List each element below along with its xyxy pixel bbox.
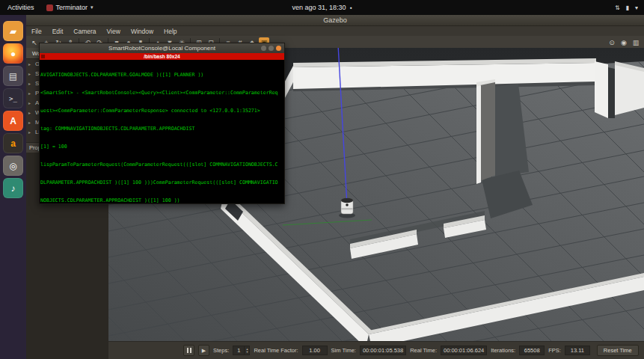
real-time-label: Real Time:	[410, 347, 437, 354]
dock-icon-files[interactable]: ▰	[3, 21, 23, 41]
terminal-line: tag: COMMNAVIGATIONOBJECTS.CDLPARAMETER.…	[40, 126, 283, 132]
amazon-icon: a	[10, 138, 16, 149]
fps-value: 13.11	[565, 346, 590, 355]
terminal-icon: >_	[9, 95, 17, 102]
sim-time-label: Sim Time:	[331, 347, 356, 354]
text-editor-icon: ▤	[9, 71, 17, 82]
reset-time-button[interactable]: Reset Time	[597, 345, 639, 356]
dock-icon-ubuntu-software[interactable]: A	[3, 111, 23, 131]
dock-icon-settings[interactable]: ◎	[3, 156, 23, 176]
iterations-value: 65508	[519, 346, 545, 355]
menu-file[interactable]: File	[26, 28, 47, 35]
iterations-label: Iterations:	[491, 347, 515, 354]
dock-icon-amazon[interactable]: a	[3, 133, 23, 153]
minimize-button[interactable]	[261, 46, 266, 51]
spinner-arrows-icon[interactable]: ▲▼	[244, 346, 249, 355]
chevron-down-icon: ▾	[91, 4, 93, 10]
activities-button[interactable]: Activities	[7, 4, 34, 11]
step-button[interactable]: ▶	[198, 345, 209, 356]
fps-label: FPS:	[548, 347, 561, 354]
shell-title: /bin/bash 80x24	[144, 54, 180, 59]
step-icon: ▶	[202, 348, 206, 354]
record-log-button[interactable]: ◉	[619, 37, 629, 47]
interior-wall-edge	[476, 85, 481, 184]
battery-icon: ▮	[626, 4, 629, 11]
split-view-button[interactable]: ▥	[631, 37, 641, 47]
files-icon: ▰	[10, 26, 16, 37]
terminal-window-title: SmartRobotConsole@Local Component	[108, 45, 215, 52]
ubuntu-software-icon: A	[10, 116, 16, 126]
dock-icon-terminal[interactable]: >_	[3, 88, 23, 108]
select-tool-button[interactable]: ↖	[29, 37, 40, 47]
system-tray[interactable]: ⇅ ▮ ▾	[615, 4, 638, 11]
menu-help[interactable]: Help	[159, 28, 182, 35]
robot-band	[341, 208, 353, 210]
gazebo-menubar: File Edit Camera View Window Help	[26, 26, 644, 36]
top-bar: Activities Terminator ▾ ven ago 31, 18:3…	[0, 0, 644, 15]
media-player-icon: ♪	[11, 183, 16, 194]
clock-label: ven ago 31, 18:30	[292, 4, 346, 11]
robot[interactable]	[339, 198, 355, 218]
northeast-pillar[interactable]	[595, 61, 608, 118]
gazebo-titlebar[interactable]: Gazebo	[26, 15, 644, 26]
dock-icon-firefox[interactable]: ●	[3, 43, 23, 64]
notification-dot-icon: ●	[350, 5, 352, 10]
east-doorway-gap	[608, 67, 615, 118]
network-icon: ⇅	[615, 4, 620, 11]
menu-window[interactable]: Window	[126, 28, 159, 35]
menu-camera[interactable]: Camera	[68, 28, 101, 35]
terminal-window: SmartRobotConsole@Local Component /bin/b…	[39, 43, 285, 204]
sim-time-value: 00:00:01:05.538	[360, 346, 406, 355]
firefox-icon: ●	[10, 49, 16, 59]
interior-wall[interactable]	[480, 82, 495, 181]
pause-button[interactable]	[183, 345, 194, 356]
terminal-line: <SmartSoft> - <SmartRobotConsole><Query>…	[40, 90, 283, 96]
close-button[interactable]	[276, 46, 281, 51]
steps-label: Steps:	[213, 347, 229, 354]
app-menu-label: Terminator	[56, 4, 88, 11]
terminal-line: AVIGATIONOBJECTS.CDLPARAMETER.GOALMODE )…	[40, 72, 283, 78]
terminator-icon	[46, 4, 53, 11]
chevron-down-icon: ▾	[635, 4, 638, 11]
dock-icon-media-player[interactable]: ♪	[3, 178, 23, 198]
terminal-output[interactable]: AVIGATIONOBJECTS.CDLPARAMETER.GOALMODE )…	[40, 60, 284, 203]
rtf-label: Real Time Factor:	[254, 347, 298, 354]
dock: ▰ ● ▤ >_ A a ◎ ♪	[0, 15, 26, 359]
clock[interactable]: ven ago 31, 18:30 ●	[292, 4, 352, 11]
dock-icon-text-editor[interactable]: ▤	[3, 66, 23, 86]
steps-spinner[interactable]: 1 ▲▼	[233, 346, 250, 355]
window-title: Gazebo	[323, 16, 347, 24]
menu-edit[interactable]: Edit	[47, 28, 69, 35]
robot-sensor	[346, 203, 349, 206]
window-controls	[261, 46, 281, 51]
settings-icon: ◎	[9, 161, 16, 171]
screenshot-button[interactable]: ⊙	[607, 37, 617, 47]
menu-view[interactable]: View	[102, 28, 126, 35]
rtf-value: 1.00	[302, 346, 328, 355]
real-time-value: 00:00:01:06.624	[441, 346, 487, 355]
robot-top	[341, 198, 353, 203]
steps-value: 1	[233, 346, 244, 355]
sim-statusbar: ▶ Steps: 1 ▲▼ Real Time Factor: 1.00 Sim…	[108, 341, 644, 359]
pause-icon	[187, 348, 191, 353]
east-wall[interactable]	[615, 65, 644, 115]
terminal-line: lispParamToParameterRequest(CommParamete…	[40, 162, 283, 168]
app-menu[interactable]: Terminator ▾	[46, 4, 93, 11]
maximize-button[interactable]	[269, 46, 274, 51]
terminal-line: DLPARAMETER.APPROACHDIST )([1] 100 )))Co…	[40, 180, 283, 185]
terminal-line: uest><CommParameter::CommParameterRespon…	[40, 108, 283, 114]
terminal-shell-titlebar[interactable]: /bin/bash 80x24	[40, 53, 284, 60]
terminal-titlebar[interactable]: SmartRobotConsole@Local Component	[40, 43, 284, 53]
terminal-line: [1] = 100	[40, 144, 283, 150]
terminal-line: NOBJECTS.CDLPARAMETER.APPROACHDIST )([1]…	[40, 197, 283, 203]
